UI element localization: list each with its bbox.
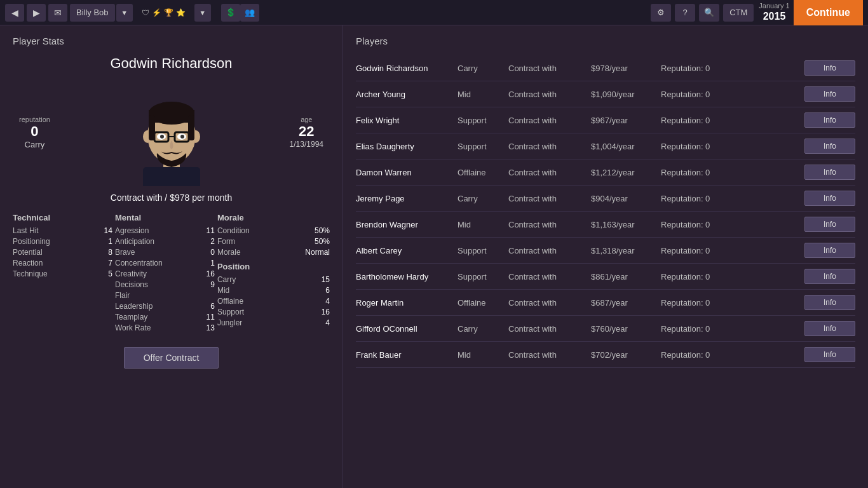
player-list-row: Gifford OConnell Carry Contract with $76…: [356, 316, 855, 342]
age-info: age 22 1/13/1994: [290, 116, 323, 149]
player-list-row: Roger Martin Offlaine Contract with $687…: [356, 290, 855, 316]
player-list-rep: Reputation: 0: [661, 272, 804, 281]
player-info-button[interactable]: Info: [804, 60, 855, 76]
top-navigation: ◀ ▶ ✉ Billy Bob ▼ 🛡 ⚡ 🏆 ⭐ ▼ 💲 👥 ⚙ ? 🔍 CT…: [0, 0, 868, 25]
technical-stats: Technical Last Hit14Positioning1Potentia…: [13, 213, 115, 334]
nav-right-section: ⚙ ? 🔍 CTM January 1 2015 Continue: [651, 0, 863, 25]
player-list-row: Elias Daugherty Support Contract with $1…: [356, 133, 855, 159]
player-stats-panel: Player Stats Godwin Richardson reputatio…: [0, 25, 343, 488]
mental-stats: Mental Agression11Anticipation2Brave0Con…: [115, 213, 217, 334]
icons-dropdown[interactable]: ▼: [194, 4, 211, 22]
player-list-contract: Contract with: [508, 90, 591, 99]
age-value: 22: [290, 123, 323, 140]
morale-header: Morale: [217, 213, 330, 222]
player-list-name: Damon Warren: [356, 168, 458, 177]
player-list-role: Support: [458, 142, 508, 151]
user-dropdown[interactable]: ▼: [116, 4, 133, 22]
technical-stat-row: Reaction7: [13, 259, 115, 268]
contract-info: Contract with / $978 per month: [13, 193, 330, 203]
player-list-name: Elias Daugherty: [356, 142, 458, 151]
mental-stat-row: Agression11: [115, 226, 217, 235]
player-info-button[interactable]: Info: [804, 269, 855, 284]
player-list-salary: $1,318/year: [591, 246, 661, 255]
forward-button[interactable]: ▶: [27, 4, 46, 22]
player-list-row: Felix Wright Support Contract with $967/…: [356, 107, 855, 133]
player-name-heading: Godwin Richardson: [13, 55, 330, 72]
ctm-label: CTM: [723, 4, 754, 22]
technical-stat-row: Technique5: [13, 269, 115, 278]
mental-stat-row: Teamplay11: [115, 313, 217, 322]
reputation-info: reputation 0 Carry: [19, 116, 50, 149]
mental-stat-row: Decisions9: [115, 280, 217, 289]
player-list-rep: Reputation: 0: [661, 350, 804, 360]
player-list-rep: Reputation: 0: [661, 220, 804, 229]
svg-rect-16: [149, 115, 155, 140]
player-list-role: Support: [458, 272, 508, 281]
panel-title: Player Stats: [13, 36, 330, 46]
mental-stat-row: Leadership6: [115, 302, 217, 311]
player-list-name: Bartholomew Hardy: [356, 272, 458, 281]
player-list-row: Jeremy Page Carry Contract with $904/yea…: [356, 186, 855, 212]
player-list-salary: $1,090/year: [591, 90, 661, 99]
player-role: Carry: [19, 140, 50, 149]
dob-value: 1/13/1994: [290, 140, 323, 149]
morale-stat-row: MoraleNormal: [217, 248, 330, 257]
user-name: Billy Bob: [70, 4, 115, 22]
technical-stat-row: Positioning1: [13, 237, 115, 246]
players-panel-title: Players: [356, 36, 855, 46]
morale-stat-row: Condition50%: [217, 226, 330, 235]
mental-stat-row: Work Rate13: [115, 323, 217, 332]
player-info-button[interactable]: Info: [804, 347, 855, 362]
age-label: age: [290, 116, 323, 123]
player-list-contract: Contract with: [508, 350, 591, 360]
back-button[interactable]: ◀: [5, 4, 24, 22]
offer-contract-button[interactable]: Offer Contract: [124, 347, 219, 369]
player-list-role: Carry: [458, 64, 508, 73]
player-list-role: Mid: [458, 220, 508, 229]
money-icon-btn[interactable]: 💲: [221, 4, 240, 22]
player-avatar: [124, 78, 219, 186]
continue-button[interactable]: Continue: [794, 0, 863, 25]
player-info-button[interactable]: Info: [804, 191, 855, 206]
player-list-row: Archer Young Mid Contract with $1,090/ye…: [356, 81, 855, 107]
search-button[interactable]: 🔍: [699, 4, 719, 22]
player-info-button[interactable]: Info: [804, 321, 855, 336]
help-button[interactable]: ?: [675, 4, 695, 22]
player-info-button[interactable]: Info: [804, 139, 855, 154]
player-list-role: Carry: [458, 194, 508, 203]
morale-stat-row: Form50%: [217, 237, 330, 246]
position-stat-row: Offlaine4: [217, 297, 330, 306]
player-list-role: Offlaine: [458, 298, 508, 308]
svg-rect-1: [143, 167, 200, 186]
player-list-rep: Reputation: 0: [661, 168, 804, 177]
svg-rect-4: [149, 110, 194, 123]
icon3: 🏆: [164, 8, 173, 17]
player-info-button[interactable]: Info: [804, 243, 855, 258]
player-list-salary: $861/year: [591, 272, 661, 281]
player-info-button[interactable]: Info: [804, 112, 855, 128]
main-content: Player Stats Godwin Richardson reputatio…: [0, 25, 868, 488]
mental-stat-row: Brave0: [115, 248, 217, 257]
rep-label: reputation: [19, 116, 50, 123]
player-list-row: Albert Carey Support Contract with $1,31…: [356, 238, 855, 264]
player-list-salary: $702/year: [591, 350, 661, 360]
rep-value: 0: [19, 123, 50, 140]
quick-icons: 🛡 ⚡ 🏆 ⭐: [138, 8, 189, 17]
mail-button[interactable]: ✉: [48, 4, 67, 22]
player-list-rep: Reputation: 0: [661, 298, 804, 308]
settings-button[interactable]: ⚙: [651, 4, 671, 22]
player-info-button[interactable]: Info: [804, 217, 855, 232]
team-icon-btn[interactable]: 👥: [240, 4, 259, 22]
position-stat-row: Mid6: [217, 286, 330, 295]
mental-header: Mental: [115, 213, 217, 222]
player-list-role: Support: [458, 116, 508, 125]
player-list-contract: Contract with: [508, 194, 591, 203]
player-info-button[interactable]: Info: [804, 165, 855, 180]
player-info-button[interactable]: Info: [804, 295, 855, 310]
player-list-name: Brendon Wagner: [356, 220, 458, 229]
player-list-rep: Reputation: 0: [661, 90, 804, 99]
player-info-button[interactable]: Info: [804, 86, 855, 102]
player-list-role: Mid: [458, 350, 508, 360]
technical-stat-row: Last Hit14: [13, 226, 115, 235]
avatar-section: reputation 0 Carry: [13, 78, 330, 186]
